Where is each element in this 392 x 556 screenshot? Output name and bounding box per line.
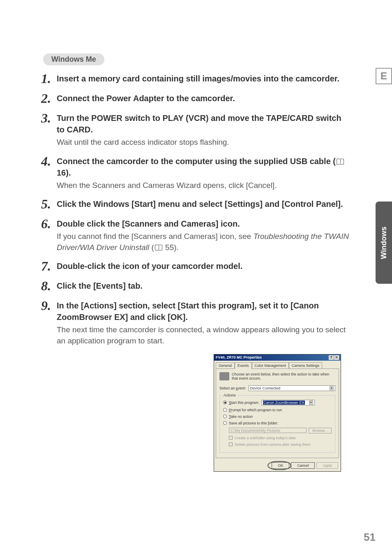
step-number: 1 — [41, 72, 57, 85]
step-number: 7 — [41, 259, 57, 273]
checkbox-subfolder-label: Create a subfolder using today's date — [235, 436, 296, 440]
dialog-titlebar: FV40, ZR70 MC Properties ? × — [214, 354, 341, 361]
step-number: 5 — [41, 197, 57, 211]
radio-prompt[interactable] — [223, 408, 227, 412]
chevron-down-icon: ▾ — [330, 386, 334, 390]
step-subtext: If you cannot find the [Scanners and Cam… — [57, 231, 351, 253]
step-subtext: The next time the camcorder is connected… — [57, 324, 351, 346]
step-title: Connect the camcorder to the computer us… — [57, 155, 351, 178]
step-number: 8 — [41, 279, 57, 292]
ok-button[interactable]: OK — [272, 462, 289, 469]
radio-take-no-action[interactable] — [223, 415, 227, 418]
step-title: Connect the Power Adapter to the camcord… — [57, 93, 351, 104]
step-number: 2 — [41, 92, 57, 105]
os-badge: Windows Me — [43, 53, 104, 65]
step-3: 3 Turn the POWER switch to PLAY (VCR) an… — [41, 112, 351, 148]
step-subtext: Wait until the card access indicator sto… — [57, 137, 351, 148]
step-title: Click the Windows [Start] menu and selec… — [57, 198, 351, 210]
browse-button[interactable]: Browse... — [309, 428, 332, 433]
step-7: 7 Double-click the icon of your camcorde… — [41, 260, 351, 273]
step-title-pre: Connect the camcorder to the computer us… — [57, 157, 336, 166]
step-2: 2 Connect the Power Adapter to the camco… — [41, 93, 351, 105]
radio-prompt-label: Prompt for which program to run — [229, 408, 282, 412]
step-title: Click the [Events] tab. — [57, 280, 351, 292]
step-sub-ref: 55). — [165, 243, 179, 252]
dialog-instruction: Choose an event below, then select the a… — [232, 372, 335, 380]
checkbox-delete-label: Delete pictures from camera after saving… — [235, 442, 311, 447]
tab-events[interactable]: Events — [235, 362, 252, 369]
step-number: 6 — [41, 217, 57, 230]
properties-dialog: FV40, ZR70 MC Properties ? × General Eve… — [214, 354, 341, 472]
tab-content-events: Choose an event below, then select the a… — [216, 368, 339, 458]
step-title: Insert a memory card containing still im… — [57, 73, 351, 84]
start-program-value: Canon ZoomBrowser EX — [263, 401, 305, 405]
radio-start-program-label: Start this program: — [229, 401, 259, 405]
step-title: In the [Actions] section, select [Start … — [57, 300, 351, 323]
tab-camera-settings[interactable]: Camera Settings — [289, 362, 322, 368]
chevron-down-icon: ▾ — [309, 401, 313, 405]
step-subtext: When the Scanners and Cameras Wizard ope… — [57, 180, 351, 191]
apply-button[interactable]: Apply — [316, 462, 338, 469]
actions-groupbox: Actions Start this program: Canon ZoomBr… — [219, 395, 335, 453]
select-event-label: Select an event: — [219, 386, 246, 390]
step-number: 4 — [41, 155, 57, 168]
step-6: 6 Double click the [Scanners and Cameras… — [41, 218, 351, 253]
cancel-button[interactable]: Cancel — [291, 462, 315, 469]
step-sub-pre: If you cannot find the [Scanners and Cam… — [57, 232, 253, 241]
dialog-button-row: OK Cancel Apply — [214, 460, 341, 471]
step-5: 5 Click the Windows [Start] menu and sel… — [41, 198, 351, 211]
dialog-title: FV40, ZR70 MC Properties — [216, 355, 262, 359]
manual-ref-icon — [155, 245, 162, 250]
checkbox-subfolder[interactable] — [229, 436, 233, 440]
manual-ref-icon — [337, 159, 344, 164]
start-program-dropdown[interactable]: Canon ZoomBrowser EX ▾ — [261, 400, 315, 405]
folder-path-field[interactable]: C:\My Documents\My Pictures — [229, 428, 307, 433]
camera-icon — [219, 372, 229, 380]
tab-general[interactable]: General — [216, 362, 235, 368]
select-event-dropdown[interactable]: Device Connected ▾ — [249, 385, 335, 391]
actions-group-label: Actions — [222, 393, 237, 397]
step-1: 1 Insert a memory card containing still … — [41, 73, 351, 85]
page-number: 51 — [364, 531, 376, 544]
step-title: Double click the [Scanners and Cameras] … — [57, 218, 351, 229]
radio-save-all-label: Save all pictures to this folder: — [229, 421, 278, 425]
radio-start-program[interactable] — [223, 401, 227, 404]
step-title: Double-click the icon of your camcorder … — [57, 260, 351, 272]
dialog-tabs: General Events Color Management Camera S… — [214, 361, 341, 368]
close-button[interactable]: × — [334, 355, 339, 360]
help-button[interactable]: ? — [329, 355, 334, 360]
checkbox-delete[interactable] — [229, 442, 233, 446]
step-9: 9 In the [Actions] section, select [Star… — [41, 300, 351, 346]
page-body: Windows Me 1 Insert a memory card contai… — [0, 0, 392, 492]
step-sub-post: ( — [149, 243, 154, 252]
step-4: 4 Connect the camcorder to the computer … — [41, 155, 351, 191]
section-tab-windows: Windows — [376, 202, 392, 284]
step-number: 9 — [41, 299, 57, 312]
step-title: Turn the POWER switch to PLAY (VCR) and … — [57, 112, 351, 135]
step-8: 8 Click the [Events] tab. — [41, 280, 351, 292]
radio-take-no-action-label: Take no action — [229, 415, 253, 419]
section-tab-label: Windows — [380, 227, 388, 259]
tab-color-management[interactable]: Color Management — [252, 362, 289, 368]
step-number: 3 — [41, 111, 57, 125]
step-title-ref: 16). — [57, 168, 71, 177]
select-event-value: Device Connected — [250, 386, 281, 390]
radio-save-all[interactable] — [223, 421, 227, 425]
language-badge: E — [376, 68, 392, 84]
